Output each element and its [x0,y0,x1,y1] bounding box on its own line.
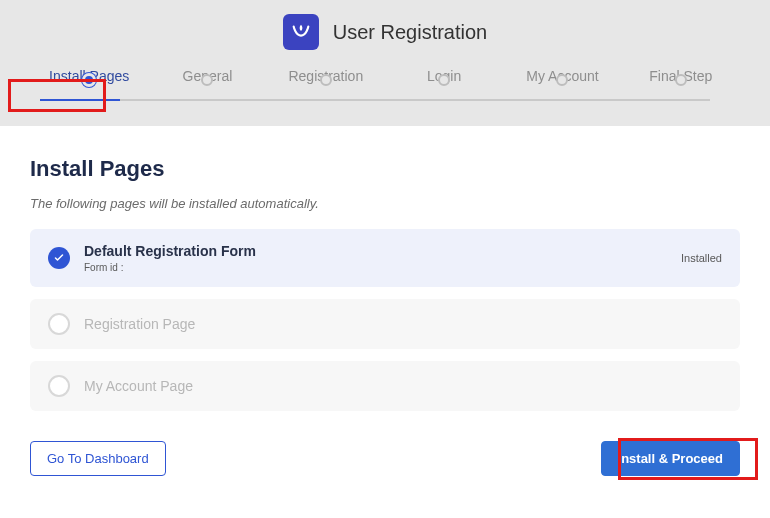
step-registration[interactable]: Registration [267,68,385,106]
brand: User Registration [0,14,770,68]
step-general[interactable]: General [148,68,266,106]
annotation-highlight-install-proceed [618,438,758,480]
check-icon [48,375,70,397]
step-dot-icon [438,74,450,86]
brand-title: User Registration [333,21,488,44]
install-item-status: Installed [681,252,722,264]
check-icon [48,247,70,269]
install-item-title: Registration Page [84,316,722,332]
step-dot-icon [201,74,213,86]
page-title: Install Pages [30,156,740,182]
step-login[interactable]: Login [385,68,503,106]
install-item-default-registration-form: Default Registration Form Form id : Inst… [30,229,740,287]
wizard-stepper: Install Pages General Registration Login… [0,68,770,126]
go-to-dashboard-button[interactable]: Go To Dashboard [30,441,166,476]
step-dot-icon [675,74,687,86]
install-item-sub: Form id : [84,262,667,273]
main-content: Install Pages The following pages will b… [0,126,770,411]
step-my-account[interactable]: My Account [503,68,621,106]
step-dot-icon [320,74,332,86]
install-item-registration-page: Registration Page [30,299,740,349]
brand-logo-icon [283,14,319,50]
install-item-title: Default Registration Form [84,243,667,259]
install-item-title: My Account Page [84,378,722,394]
page-subtitle: The following pages will be installed au… [30,196,740,211]
check-icon [48,313,70,335]
step-dot-icon [556,74,568,86]
install-item-my-account-page: My Account Page [30,361,740,411]
annotation-highlight-install-pages [8,79,106,112]
step-final[interactable]: Final Step [622,68,740,106]
